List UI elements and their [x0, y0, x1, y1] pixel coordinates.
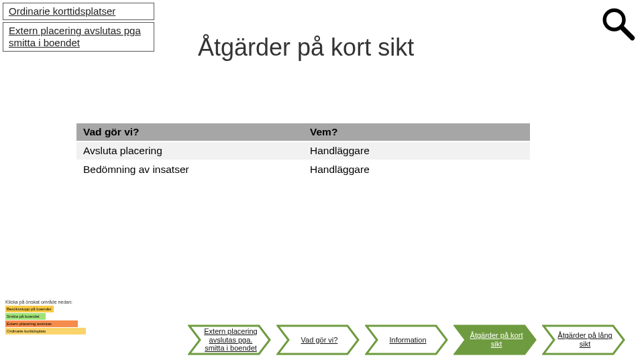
chevron-item-long-term[interactable]: Åtgärder på lång sikt — [542, 324, 625, 355]
chevron-nav: Extern placering avslutas pga. smitta i … — [188, 324, 625, 355]
chevron-label: Information — [389, 336, 426, 345]
cell-who: Handläggare — [303, 141, 530, 160]
table-header-who: Vem? — [303, 123, 530, 141]
actions-table: Vad gör vi? Vem? Avsluta placering Handl… — [76, 123, 530, 180]
chevron-item-what[interactable]: Vad gör vi? — [276, 324, 360, 355]
table-header-what: Vad gör vi? — [76, 123, 303, 141]
table-row: Bedömning av insatser Handläggare — [76, 160, 530, 179]
cell-what: Bedömning av insatser — [76, 160, 303, 179]
breadcrumb-item-1[interactable]: Extern placering avslutas pga smitta i b… — [3, 22, 154, 52]
cell-what: Avsluta placering — [76, 141, 303, 160]
search-icon[interactable] — [600, 5, 636, 42]
legend-bar[interactable]: Besöksstopp på boendet — [5, 306, 54, 312]
chevron-label: Åtgärder på kort sikt — [467, 331, 526, 348]
chevron-item-information[interactable]: Information — [365, 324, 448, 355]
table-header-row: Vad gör vi? Vem? — [76, 123, 530, 141]
svg-line-1 — [621, 27, 632, 38]
legend-bar[interactable]: Extern placering avslutas — [5, 320, 78, 327]
chevron-label: Extern placering avslutas pga. smitta i … — [201, 327, 260, 353]
chevron-item-context[interactable]: Extern placering avslutas pga. smitta i … — [188, 324, 271, 355]
legend-bar[interactable]: Smitta på boendet — [5, 313, 46, 320]
chevron-label: Vad gör vi? — [301, 336, 338, 345]
legend-bar[interactable]: Ordinarie korttidsplats — [5, 328, 86, 335]
chevron-label: Åtgärder på lång sikt — [555, 331, 614, 348]
chevron-item-short-term[interactable]: Åtgärder på kort sikt — [453, 324, 537, 355]
table-row: Avsluta placering Handläggare — [76, 141, 530, 160]
slide: Ordinarie korttidsplatser Extern placeri… — [0, 0, 644, 362]
legend-thumbnail: Klicka på önskat område nedan: Besökssto… — [5, 300, 86, 335]
legend-caption: Klicka på önskat område nedan: — [5, 300, 86, 304]
page-title: Åtgärder på kort sikt — [198, 34, 414, 62]
breadcrumb-item-0[interactable]: Ordinarie korttidsplatser — [3, 3, 154, 20]
cell-who: Handläggare — [303, 160, 530, 179]
breadcrumb: Ordinarie korttidsplatser Extern placeri… — [3, 3, 154, 54]
